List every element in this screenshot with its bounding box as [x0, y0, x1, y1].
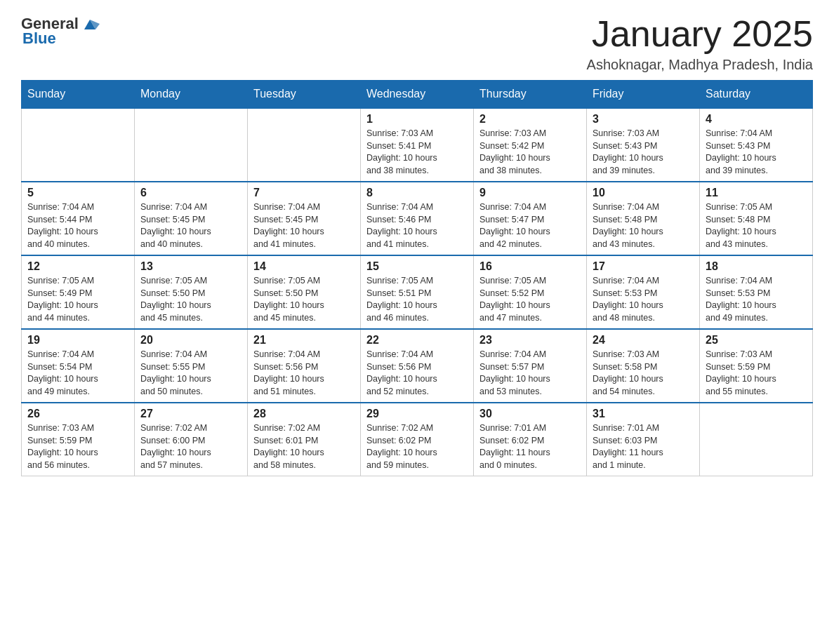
- day-of-week-header: Saturday: [700, 81, 813, 109]
- calendar-cell: 23Sunrise: 7:04 AM Sunset: 5:57 PM Dayli…: [474, 329, 587, 403]
- day-number: 5: [27, 187, 128, 199]
- day-info: Sunrise: 7:04 AM Sunset: 5:45 PM Dayligh…: [140, 201, 241, 250]
- day-info: Sunrise: 7:05 AM Sunset: 5:50 PM Dayligh…: [253, 275, 355, 324]
- day-of-week-header: Wednesday: [361, 81, 474, 109]
- day-number: 11: [706, 187, 807, 199]
- day-of-week-header: Monday: [135, 81, 248, 109]
- calendar-cell: 10Sunrise: 7:04 AM Sunset: 5:48 PM Dayli…: [587, 182, 700, 255]
- day-number: 12: [27, 260, 128, 273]
- calendar-cell: 11Sunrise: 7:05 AM Sunset: 5:48 PM Dayli…: [700, 182, 813, 255]
- day-number: 22: [366, 334, 468, 347]
- calendar-cell: [22, 108, 135, 182]
- day-number: 16: [479, 260, 581, 273]
- day-info: Sunrise: 7:05 AM Sunset: 5:50 PM Dayligh…: [140, 275, 241, 324]
- day-number: 8: [366, 187, 468, 199]
- calendar-cell: 1Sunrise: 7:03 AM Sunset: 5:41 PM Daylig…: [361, 108, 474, 182]
- calendar-cell: 14Sunrise: 7:05 AM Sunset: 5:50 PM Dayli…: [248, 255, 361, 329]
- day-number: 30: [479, 408, 581, 420]
- day-number: 23: [479, 334, 581, 347]
- day-info: Sunrise: 7:02 AM Sunset: 6:02 PM Dayligh…: [366, 422, 468, 471]
- calendar-cell: 29Sunrise: 7:02 AM Sunset: 6:02 PM Dayli…: [361, 403, 474, 476]
- calendar-cell: 13Sunrise: 7:05 AM Sunset: 5:50 PM Dayli…: [135, 255, 248, 329]
- day-info: Sunrise: 7:04 AM Sunset: 5:54 PM Dayligh…: [27, 349, 128, 398]
- day-number: 13: [140, 260, 241, 273]
- calendar-cell: 3Sunrise: 7:03 AM Sunset: 5:43 PM Daylig…: [587, 108, 700, 182]
- day-info: Sunrise: 7:04 AM Sunset: 5:56 PM Dayligh…: [253, 349, 355, 398]
- calendar-cell: 27Sunrise: 7:02 AM Sunset: 6:00 PM Dayli…: [135, 403, 248, 476]
- day-info: Sunrise: 7:05 AM Sunset: 5:51 PM Dayligh…: [366, 275, 468, 324]
- calendar-cell: 17Sunrise: 7:04 AM Sunset: 5:53 PM Dayli…: [587, 255, 700, 329]
- logo: General Blue: [21, 14, 100, 48]
- day-number: 6: [140, 187, 241, 199]
- calendar-cell: 4Sunrise: 7:04 AM Sunset: 5:43 PM Daylig…: [700, 108, 813, 182]
- day-info: Sunrise: 7:04 AM Sunset: 5:44 PM Dayligh…: [27, 201, 128, 250]
- day-number: 2: [479, 113, 581, 126]
- day-info: Sunrise: 7:03 AM Sunset: 5:41 PM Dayligh…: [366, 128, 468, 177]
- calendar-week-row: 5Sunrise: 7:04 AM Sunset: 5:44 PM Daylig…: [22, 182, 813, 255]
- day-info: Sunrise: 7:05 AM Sunset: 5:49 PM Dayligh…: [27, 275, 128, 324]
- day-info: Sunrise: 7:01 AM Sunset: 6:03 PM Dayligh…: [593, 422, 694, 471]
- day-info: Sunrise: 7:04 AM Sunset: 5:53 PM Dayligh…: [593, 275, 694, 324]
- calendar-cell: 26Sunrise: 7:03 AM Sunset: 5:59 PM Dayli…: [22, 403, 135, 476]
- day-info: Sunrise: 7:04 AM Sunset: 5:45 PM Dayligh…: [253, 201, 355, 250]
- day-info: Sunrise: 7:02 AM Sunset: 6:00 PM Dayligh…: [140, 422, 241, 471]
- day-of-week-header: Friday: [587, 81, 700, 109]
- day-number: 1: [366, 113, 468, 126]
- calendar-cell: 9Sunrise: 7:04 AM Sunset: 5:47 PM Daylig…: [474, 182, 587, 255]
- calendar-cell: 6Sunrise: 7:04 AM Sunset: 5:45 PM Daylig…: [135, 182, 248, 255]
- calendar-cell: [248, 108, 361, 182]
- calendar-cell: 22Sunrise: 7:04 AM Sunset: 5:56 PM Dayli…: [361, 329, 474, 403]
- day-number: 18: [706, 260, 807, 273]
- day-info: Sunrise: 7:04 AM Sunset: 5:47 PM Dayligh…: [479, 201, 581, 250]
- day-number: 15: [366, 260, 468, 273]
- calendar-cell: 28Sunrise: 7:02 AM Sunset: 6:01 PM Dayli…: [248, 403, 361, 476]
- month-title: January 2025: [587, 14, 813, 54]
- day-number: 27: [140, 408, 241, 420]
- day-number: 9: [479, 187, 581, 199]
- calendar-week-row: 26Sunrise: 7:03 AM Sunset: 5:59 PM Dayli…: [22, 403, 813, 476]
- day-number: 10: [593, 187, 694, 199]
- location: Ashoknagar, Madhya Pradesh, India: [587, 57, 813, 73]
- calendar-cell: 21Sunrise: 7:04 AM Sunset: 5:56 PM Dayli…: [248, 329, 361, 403]
- calendar-cell: 18Sunrise: 7:04 AM Sunset: 5:53 PM Dayli…: [700, 255, 813, 329]
- calendar-cell: [135, 108, 248, 182]
- day-info: Sunrise: 7:03 AM Sunset: 5:42 PM Dayligh…: [479, 128, 581, 177]
- day-number: 28: [253, 408, 355, 420]
- day-number: 19: [27, 334, 128, 347]
- day-info: Sunrise: 7:04 AM Sunset: 5:43 PM Dayligh…: [706, 128, 807, 177]
- calendar-header-row: SundayMondayTuesdayWednesdayThursdayFrid…: [22, 81, 813, 109]
- calendar-cell: 15Sunrise: 7:05 AM Sunset: 5:51 PM Dayli…: [361, 255, 474, 329]
- day-info: Sunrise: 7:04 AM Sunset: 5:53 PM Dayligh…: [706, 275, 807, 324]
- calendar-week-row: 1Sunrise: 7:03 AM Sunset: 5:41 PM Daylig…: [22, 108, 813, 182]
- day-info: Sunrise: 7:04 AM Sunset: 5:56 PM Dayligh…: [366, 349, 468, 398]
- day-info: Sunrise: 7:04 AM Sunset: 5:55 PM Dayligh…: [140, 349, 241, 398]
- day-of-week-header: Sunday: [22, 81, 135, 109]
- day-number: 29: [366, 408, 468, 420]
- calendar-cell: [700, 403, 813, 476]
- day-number: 17: [593, 260, 694, 273]
- calendar-week-row: 19Sunrise: 7:04 AM Sunset: 5:54 PM Dayli…: [22, 329, 813, 403]
- day-info: Sunrise: 7:04 AM Sunset: 5:46 PM Dayligh…: [366, 201, 468, 250]
- day-number: 21: [253, 334, 355, 347]
- day-number: 4: [706, 113, 807, 126]
- calendar-cell: 30Sunrise: 7:01 AM Sunset: 6:02 PM Dayli…: [474, 403, 587, 476]
- title-block: January 2025 Ashoknagar, Madhya Pradesh,…: [587, 14, 813, 73]
- day-number: 3: [593, 113, 694, 126]
- day-info: Sunrise: 7:03 AM Sunset: 5:59 PM Dayligh…: [706, 349, 807, 398]
- calendar-cell: 5Sunrise: 7:04 AM Sunset: 5:44 PM Daylig…: [22, 182, 135, 255]
- calendar-cell: 20Sunrise: 7:04 AM Sunset: 5:55 PM Dayli…: [135, 329, 248, 403]
- day-number: 24: [593, 334, 694, 347]
- day-number: 31: [593, 408, 694, 420]
- logo-icon: [80, 14, 100, 34]
- calendar-cell: 16Sunrise: 7:05 AM Sunset: 5:52 PM Dayli…: [474, 255, 587, 329]
- day-of-week-header: Thursday: [474, 81, 587, 109]
- day-number: 26: [27, 408, 128, 420]
- logo-blue-text: Blue: [22, 29, 56, 48]
- day-info: Sunrise: 7:04 AM Sunset: 5:48 PM Dayligh…: [593, 201, 694, 250]
- day-info: Sunrise: 7:04 AM Sunset: 5:57 PM Dayligh…: [479, 349, 581, 398]
- calendar-cell: 8Sunrise: 7:04 AM Sunset: 5:46 PM Daylig…: [361, 182, 474, 255]
- day-number: 25: [706, 334, 807, 347]
- day-info: Sunrise: 7:03 AM Sunset: 5:59 PM Dayligh…: [27, 422, 128, 471]
- calendar-week-row: 12Sunrise: 7:05 AM Sunset: 5:49 PM Dayli…: [22, 255, 813, 329]
- page-header: General Blue January 2025 Ashoknagar, Ma…: [21, 14, 813, 73]
